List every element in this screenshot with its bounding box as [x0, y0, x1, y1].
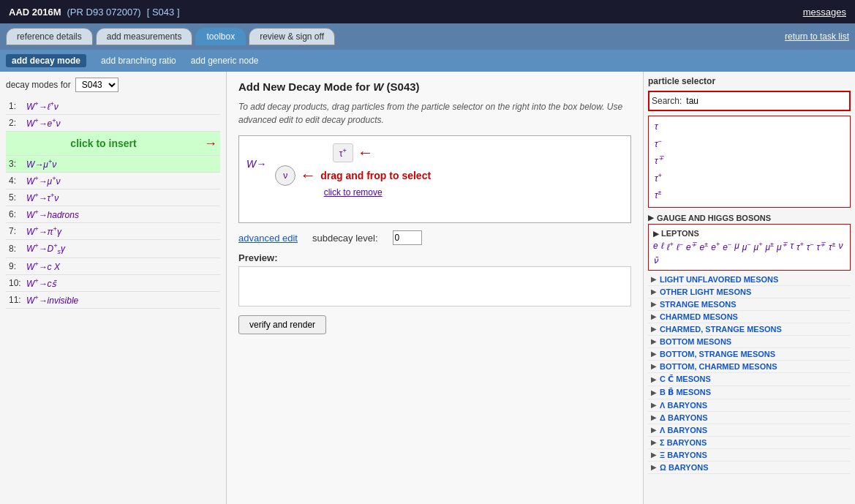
cat-arrow-icon: ▶ — [651, 388, 657, 396]
particle-tau-box[interactable]: τ+ — [333, 143, 353, 162]
list-item[interactable]: 10: W+→cs̄ — [6, 275, 220, 292]
list-item[interactable]: 9: W+→c X — [6, 258, 220, 275]
nav-tabs: reference details add measurements toolb… — [0, 23, 855, 50]
category-item[interactable]: ▶STRANGE MESONS — [648, 298, 851, 311]
list-item[interactable]: 7: W+→π+γ — [6, 223, 220, 240]
cat-arrow-icon: ▶ — [651, 375, 657, 383]
lepton-grid: e ℓ ℓ+ ℓ− e∓ e± e+ e− μ μ− μ+ μ± μ∓ τ τ+… — [653, 241, 845, 266]
preview-label: Preview: — [238, 252, 631, 263]
click-to-insert-label: click to insert — [9, 135, 198, 152]
lepton-item[interactable]: ℓ+ — [667, 241, 674, 252]
decay-prefix: W→ — [246, 158, 266, 170]
advanced-edit-link[interactable]: advanced edit — [238, 233, 298, 244]
cat-arrow-icon: ▶ — [651, 275, 657, 283]
subdecay-input[interactable] — [393, 230, 422, 245]
leptons-box: ▶ LEPTONS e ℓ ℓ+ ℓ− e∓ e± e+ e− μ μ− μ+ … — [648, 224, 851, 271]
list-item[interactable]: 5: W+→τ+ν — [6, 189, 220, 206]
cat-arrow-icon: ▶ — [651, 463, 657, 471]
right-panel: particle selector Search: τ τ− τ∓ τ+ τ± … — [643, 72, 855, 504]
click-to-remove-label[interactable]: click to remove — [324, 187, 383, 198]
category-item[interactable]: ▶b b̄ MESONS — [648, 386, 851, 399]
decay-modes-header: decay modes for S043 — [6, 78, 220, 92]
list-item[interactable]: 3: W→μ+ν — [6, 156, 220, 173]
category-item[interactable]: ▶Σ BARYONS — [648, 437, 851, 449]
tab-toolbox[interactable]: toolbox — [195, 28, 246, 45]
gauge-higgs-category[interactable]: ▶ GAUGE AND HIGGS BOSONS — [648, 212, 851, 224]
sub-nav-add-decay-mode[interactable]: add decay mode — [6, 54, 86, 67]
category-item[interactable]: ▶CHARMED, STRANGE MESONS — [648, 323, 851, 336]
messages-link[interactable]: messages — [803, 7, 846, 18]
leptons-arrow-icon: ▶ — [653, 230, 659, 238]
tau-result-item[interactable]: τ± — [655, 187, 844, 204]
lepton-item[interactable]: ℓ — [661, 241, 664, 252]
category-item[interactable]: ▶Δ BARYONS — [648, 412, 851, 424]
lepton-item[interactable]: τ+ — [796, 241, 804, 252]
list-item[interactable]: 1: W+→ℓ+ν — [6, 98, 220, 115]
lepton-item[interactable]: e± — [700, 241, 709, 252]
lepton-item[interactable]: μ∓ — [777, 241, 788, 252]
tau-result-item[interactable]: τ∓ — [655, 152, 844, 170]
category-item[interactable]: ▶c c̄ MESONS — [648, 373, 851, 386]
cat-arrow-icon: ▶ — [651, 401, 657, 409]
particle-nu-box[interactable]: ν — [275, 165, 295, 186]
category-list: ▶LIGHT UNFLAVORED MESONS ▶OTHER LIGHT ME… — [648, 274, 851, 474]
verify-render-button[interactable]: verify and render — [238, 315, 326, 334]
cat-arrow-icon: ▶ — [651, 325, 657, 333]
lepton-item[interactable]: e+ — [711, 241, 720, 252]
tau-results: τ τ− τ∓ τ+ τ± — [648, 116, 851, 208]
tau-result-item[interactable]: τ− — [655, 135, 844, 153]
return-to-task-list-link[interactable]: return to task list — [785, 31, 849, 42]
lepton-item[interactable]: e− — [723, 241, 731, 252]
lepton-item[interactable]: τ — [791, 241, 794, 252]
tab-review-sign-off[interactable]: review & sign off — [249, 28, 335, 45]
sub-nav-add-branching-ratio[interactable]: add branching ratio — [101, 56, 176, 66]
instruction-text: To add decay products, drag particles fr… — [238, 100, 631, 127]
list-item[interactable]: 8: W+→D+sγ — [6, 240, 220, 258]
search-label: Search: — [652, 96, 682, 106]
category-item[interactable]: ▶BOTTOM, STRANGE MESONS — [648, 348, 851, 361]
gauge-higgs-label: GAUGE AND HIGGS BOSONS — [657, 214, 771, 222]
tab-add-measurements[interactable]: add measurements — [96, 28, 193, 45]
category-item[interactable]: ▶Λ BARYONS — [648, 424, 851, 437]
editor-footer: advanced edit subdecay level: — [238, 230, 631, 245]
category-item[interactable]: ▶OTHER LIGHT MESONS — [648, 286, 851, 298]
list-item[interactable]: 11: W+→invisible — [6, 292, 220, 309]
gauge-arrow-icon: ▶ — [648, 214, 654, 222]
category-item[interactable]: ▶Λ BARYONS — [648, 399, 851, 412]
sub-nav-add-generic-node[interactable]: add generic node — [191, 56, 259, 66]
lepton-item[interactable]: ν — [838, 241, 843, 252]
lepton-item[interactable]: ℓ− — [677, 241, 683, 252]
lepton-item[interactable]: μ — [734, 241, 739, 252]
cat-arrow-icon: ▶ — [651, 362, 657, 370]
category-item[interactable]: ▶CHARMED MESONS — [648, 311, 851, 323]
decay-modes-select[interactable]: S043 — [75, 78, 118, 92]
lepton-item[interactable]: e — [653, 241, 658, 252]
tab-reference-details[interactable]: reference details — [6, 28, 93, 45]
search-input[interactable] — [685, 94, 847, 108]
list-item[interactable]: 2: W+→e+ν — [6, 115, 220, 132]
category-item[interactable]: ▶BOTTOM, CHARMED MESONS — [648, 361, 851, 373]
lepton-item[interactable]: μ± — [765, 241, 774, 252]
lepton-item[interactable]: e∓ — [686, 241, 697, 252]
lepton-item[interactable]: μ+ — [754, 241, 763, 252]
decay-list: 1: W+→ℓ+ν 2: W+→e+ν click to insert → 3:… — [6, 98, 220, 309]
tau-result-item[interactable]: τ+ — [655, 170, 844, 187]
lepton-item[interactable]: τ± — [829, 241, 835, 252]
top-bar: AAD 2016M (PR D93 072007) [ S043 ] messa… — [0, 0, 855, 23]
tau-result-item[interactable]: τ — [655, 119, 844, 135]
category-item[interactable]: ▶Ω BARYONS — [648, 462, 851, 474]
cat-arrow-icon: ▶ — [651, 438, 657, 446]
click-to-insert-row[interactable]: click to insert → — [6, 132, 220, 156]
drag-arrow-2: ← — [300, 166, 316, 185]
lepton-item[interactable]: μ− — [742, 241, 751, 252]
list-item[interactable]: 4: W+→μ+ν — [6, 173, 220, 189]
lepton-item[interactable]: τ− — [807, 241, 814, 252]
lepton-item[interactable]: ν̄ — [653, 255, 658, 266]
lepton-item[interactable]: τ∓ — [817, 241, 826, 252]
middle-panel-title: Add New Decay Mode for W (S043) — [238, 80, 631, 93]
category-item[interactable]: ▶BOTTOM MESONS — [648, 336, 851, 348]
category-item[interactable]: ▶LIGHT UNFLAVORED MESONS — [648, 274, 851, 286]
category-item[interactable]: ▶Ξ BARYONS — [648, 449, 851, 462]
right-arrow-icon: → — [204, 136, 217, 151]
list-item[interactable]: 6: W+→hadrons — [6, 206, 220, 223]
